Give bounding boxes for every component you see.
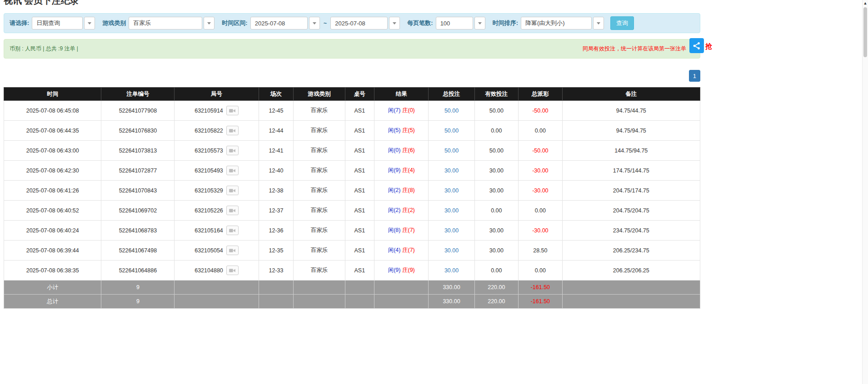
- page-size-select[interactable]: [436, 17, 485, 30]
- valid-bet-notice: 同局有效投注，统一计算在该局第一张注单: [583, 45, 686, 53]
- table-row: 2025-07-08 06:45:08522641077908632105914…: [4, 101, 700, 121]
- column-header: 游戏类别: [294, 88, 345, 101]
- cell-time: 2025-07-08 06:40:52: [4, 201, 101, 221]
- table-row: 2025-07-08 06:38:35522641064886632104880…: [4, 261, 700, 281]
- cell-note: 174.75/144.75: [562, 161, 700, 181]
- cell-total-bet: 50.00: [429, 101, 474, 121]
- search-button[interactable]: 查询: [610, 16, 634, 30]
- footer-label: 小计: [4, 281, 101, 295]
- total-bet-link[interactable]: 50.00: [444, 148, 459, 154]
- round-video-button[interactable]: [226, 106, 239, 115]
- date-to-picker[interactable]: [330, 17, 400, 30]
- round-video-button[interactable]: [226, 146, 239, 155]
- game-type-select[interactable]: [129, 17, 215, 30]
- cell-game-type: 百家乐: [294, 161, 345, 181]
- column-header: 结果: [374, 88, 428, 101]
- cell-round: 632105054: [175, 241, 259, 261]
- round-video-button[interactable]: [226, 226, 239, 235]
- time-sort-select[interactable]: [521, 17, 604, 30]
- share-button[interactable]: [689, 38, 704, 53]
- filter-bar: 请选择: 游戏类别 时间区间: ~ 每页笔数: 时间排序:: [4, 13, 700, 33]
- result-player: 闲(0): [388, 147, 401, 153]
- round-number: 632105822: [195, 128, 223, 134]
- total-bet-link[interactable]: 30.00: [444, 227, 459, 234]
- cell-total-bet: 30.00: [429, 221, 474, 241]
- date-from-picker[interactable]: [250, 17, 320, 30]
- time-sort-label: 时间排序:: [493, 19, 518, 27]
- total-row: 总计9330.00220.00-161.50: [4, 295, 700, 309]
- cell-time: 2025-07-08 06:41:26: [4, 181, 101, 201]
- footer-empty-cell: [345, 295, 374, 309]
- cell-payout: 0.00: [519, 121, 563, 141]
- page-size-input[interactable]: [436, 17, 473, 30]
- result-player: 闲(9): [388, 167, 401, 173]
- total-bet-link[interactable]: 30.00: [444, 207, 459, 214]
- cell-game-type: 百家乐: [294, 261, 345, 281]
- scroll-up-arrow[interactable]: ▲: [863, 0, 868, 6]
- date-type-input[interactable]: [32, 17, 83, 30]
- total-bet-link[interactable]: 50.00: [444, 128, 459, 134]
- column-header: 备注: [562, 88, 700, 101]
- cell-round: 632105329: [175, 181, 259, 201]
- column-header: 注单编号: [101, 88, 175, 101]
- chevron-down-icon[interactable]: [309, 17, 320, 30]
- chevron-down-icon[interactable]: [204, 17, 215, 30]
- game-type-input[interactable]: [129, 17, 202, 30]
- scrollbar-thumb[interactable]: [863, 7, 867, 57]
- chevron-down-icon[interactable]: [84, 17, 95, 30]
- cell-time: 2025-07-08 06:43:00: [4, 141, 101, 161]
- cell-game-type: 百家乐: [294, 141, 345, 161]
- round-number: 632105914: [195, 108, 223, 114]
- round-video-button[interactable]: [226, 166, 239, 175]
- video-icon: [229, 128, 236, 133]
- result-player: 闲(4): [388, 247, 401, 253]
- round-video-button[interactable]: [226, 206, 239, 215]
- result-banker: 庄(0): [402, 107, 415, 113]
- cell-game-type: 百家乐: [294, 101, 345, 121]
- cell-valid-bet: 30.00: [474, 221, 519, 241]
- result-player: 闲(5): [388, 127, 401, 133]
- video-icon: [229, 248, 236, 253]
- date-from-input[interactable]: [250, 17, 308, 30]
- result-banker: 庄(5): [402, 127, 415, 133]
- vertical-scrollbar[interactable]: ▲: [862, 0, 868, 384]
- video-icon: [229, 188, 236, 193]
- cell-payout: -30.00: [519, 181, 563, 201]
- round-video-button[interactable]: [226, 266, 239, 275]
- cell-result: 闲(4) 庄(7): [374, 241, 428, 261]
- time-sort-input[interactable]: [521, 17, 592, 30]
- round-video-button[interactable]: [226, 246, 239, 255]
- date-to-input[interactable]: [330, 17, 388, 30]
- round-number: 632105573: [195, 148, 223, 154]
- table-body: 2025-07-08 06:45:08522641077908632105914…: [4, 101, 700, 281]
- cell-result: 闲(8) 庄(7): [374, 221, 428, 241]
- cell-game-type: 百家乐: [294, 181, 345, 201]
- round-video-button[interactable]: [226, 186, 239, 195]
- chevron-down-icon[interactable]: [389, 17, 400, 30]
- cell-note: 94.75/94.75: [562, 121, 700, 141]
- page-1-button[interactable]: 1: [689, 70, 700, 82]
- total-bet-link[interactable]: 30.00: [444, 267, 459, 274]
- total-bet-link[interactable]: 30.00: [444, 247, 459, 254]
- round-video-button[interactable]: [226, 126, 239, 135]
- column-header: 桌号: [345, 88, 374, 101]
- footer-total-bet: 330.00: [429, 281, 474, 295]
- pagination: 1: [4, 70, 700, 82]
- total-bet-link[interactable]: 30.00: [444, 187, 459, 194]
- cell-round: 632105822: [175, 121, 259, 141]
- cell-time: 2025-07-08 06:40:24: [4, 221, 101, 241]
- cell-bet-id: 522641064886: [101, 261, 175, 281]
- total-bet-link[interactable]: 50.00: [444, 108, 459, 114]
- time-range-label: 时间区间:: [222, 19, 247, 27]
- cell-bet-id: 522641076830: [101, 121, 175, 141]
- subtotal-row: 小计9330.00220.00-161.50: [4, 281, 700, 295]
- footer-valid-bet: 220.00: [474, 295, 519, 309]
- cell-result: 闲(9) 庄(4): [374, 161, 428, 181]
- round-number: 632105226: [195, 207, 223, 214]
- result-banker: 庄(7): [402, 247, 415, 253]
- chevron-down-icon[interactable]: [474, 17, 485, 30]
- chevron-down-icon[interactable]: [593, 17, 604, 30]
- total-bet-link[interactable]: 30.00: [444, 167, 459, 174]
- grab-tag[interactable]: 抢: [705, 42, 712, 51]
- date-type-select[interactable]: [32, 17, 95, 30]
